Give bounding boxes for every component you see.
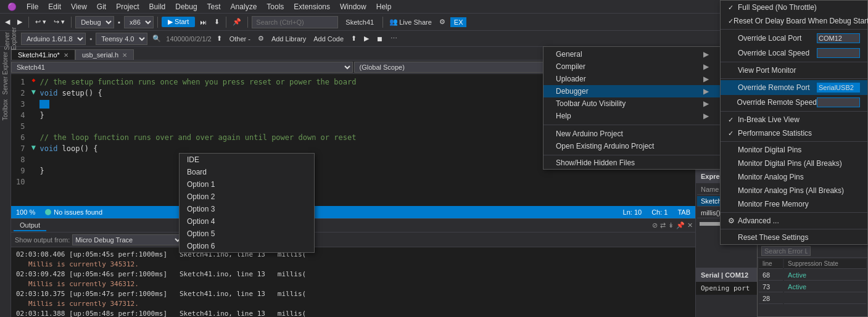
sidebar-item-toolbox[interactable]: Toolbox <box>1 97 10 123</box>
run-btn[interactable]: ▶ <box>362 33 371 44</box>
tab-close-usb[interactable]: ✕ <box>122 52 127 59</box>
sidebar-item-server-explorer[interactable]: Server Explorer <box>1 49 10 97</box>
vmicro-board-select[interactable]: Teensy 4.0 <box>733 75 864 86</box>
output-source-btn3[interactable]: ▶ <box>201 236 206 244</box>
serial-settings-btn[interactable]: ⚙ <box>835 271 841 279</box>
vmicro-dropdown-btn[interactable]: vMicro ▾ <box>815 33 849 44</box>
search-input[interactable] <box>252 16 338 28</box>
window-title: Remove inter... <box>774 3 829 10</box>
menu-view[interactable]: View <box>66 1 92 12</box>
sep3 <box>157 17 158 28</box>
code-editor[interactable]: 12345 678910 ◆ ▼ ▼ // the setup function… <box>11 74 695 206</box>
vmicro-option4-label: Option 4 <box>700 131 730 139</box>
serial-email-btn[interactable]: ✉ <box>827 271 832 279</box>
output-close-btn[interactable]: ✕ <box>687 221 693 229</box>
add-code-button[interactable]: Add Code <box>311 34 346 44</box>
vmicro-option4-select[interactable]: Keyboard Layout: US English <box>733 130 864 141</box>
toolbar-dot: ▪ <box>117 19 122 26</box>
output-pin-btn[interactable]: 📌 <box>676 221 685 229</box>
server-explorer-tab[interactable]: Server Explorer <box>2 27 19 50</box>
expr-col-min: Min <box>837 184 867 195</box>
menu-window[interactable]: Window <box>335 1 371 12</box>
output-source-btn2[interactable]: ◀ <box>194 236 199 244</box>
right-panels: vMicro ▾ 📌 IDE Arduino 1.6/1.8 Board Tee… <box>695 47 868 317</box>
menu-file[interactable]: File <box>22 1 43 12</box>
more-btn[interactable]: ⋯ <box>388 33 400 44</box>
output-wrap-btn[interactable]: ⇄ <box>660 221 666 229</box>
arch-select[interactable]: x86 <box>124 16 154 28</box>
close-button[interactable]: ✕ <box>853 1 863 12</box>
menu-analyze[interactable]: Analyze <box>226 1 262 12</box>
tab-indicator: TAB <box>677 208 690 216</box>
step-into-button[interactable]: ⬇ <box>212 17 222 27</box>
menu-project[interactable]: Project <box>111 1 144 12</box>
vmicro-pin-btn[interactable]: 📌 <box>852 33 866 44</box>
vmicro-option2-select[interactable]: CPU Speed: 600 MHz <box>733 102 864 113</box>
back-button[interactable]: ◀ <box>2 17 12 27</box>
serial-header: Serial | COM12 ✉ ⚙ CStr <box>696 268 868 282</box>
output-source-btn1[interactable]: ⊘ <box>186 236 191 244</box>
menu-extensions[interactable]: Extensions <box>289 1 335 12</box>
settings-btn2[interactable]: ⚙ <box>255 33 267 44</box>
menu-git[interactable]: Git <box>92 1 111 12</box>
redo-button[interactable]: ↪ ▾ <box>51 17 67 27</box>
menu-edit[interactable]: Edit <box>43 1 66 12</box>
expr-close-btn[interactable]: ✕ <box>858 173 863 181</box>
editor-tab-bar: Sketch41.ino* ✕ usb_serial.h ✕ <box>11 47 695 60</box>
start-button[interactable]: ▶ Start <box>162 17 195 27</box>
vmicro-ide-select[interactable]: Arduino 1.6/1.8 <box>733 62 864 73</box>
expr-row-2[interactable]: millis() 349312 4312 <box>697 208 867 218</box>
add-library-button[interactable]: Add Library <box>269 34 308 44</box>
output-source-select[interactable]: Micro Debug Trace <box>72 234 183 245</box>
vmicro-option5-select[interactable]: Lockable: OFF <box>733 143 864 154</box>
expr-scrollbar[interactable] <box>700 222 864 226</box>
stop-btn[interactable]: ⏹ <box>374 34 386 44</box>
menu-build[interactable]: Build <box>144 1 171 12</box>
pin-button[interactable]: 📌 <box>230 17 244 27</box>
expr-pin-btn[interactable]: 📌 <box>847 173 856 181</box>
scope-right-select[interactable]: (Global Scope) <box>354 62 696 73</box>
board-profile-select[interactable]: Arduino 1.6/1.8 <box>21 33 86 45</box>
vmicro-option3-label: Option 3 <box>700 118 730 125</box>
debug-config-select[interactable]: Debug <box>75 16 114 28</box>
scope-left-select[interactable]: Sketch41 <box>11 62 353 73</box>
board-select[interactable]: Teensy 4.0 <box>96 33 147 45</box>
ex-button[interactable]: EX <box>450 17 467 27</box>
output-tab[interactable]: Output <box>14 220 46 231</box>
expressions-title: Expressions on COM12 <box>701 173 777 180</box>
serial-baud-select[interactable] <box>800 270 824 280</box>
output-scroll-btn[interactable]: ↡ <box>668 221 674 229</box>
vmicro-option6-select[interactable]: Key Location: Sketchbook Folder <box>733 157 864 168</box>
settings-button[interactable]: ⚙ <box>437 17 448 27</box>
board-search-button[interactable]: 🔍 <box>150 33 163 44</box>
tab-usb-serial[interactable]: usb_serial.h ✕ <box>75 49 134 60</box>
serial-cstr-btn[interactable]: CStr <box>843 271 863 279</box>
other-label[interactable]: Other - <box>227 35 253 43</box>
menu-test[interactable]: Test <box>202 1 226 12</box>
upload-button[interactable]: ⬆ <box>214 33 225 44</box>
liveshare-button[interactable]: 👥 Live Share <box>387 17 434 27</box>
code-content: // the setup function runs once when you… <box>37 74 695 206</box>
menu-vs-icon[interactable]: 🟣 <box>2 1 22 12</box>
vmicro-option3-select[interactable]: Optimize: Faster <box>733 116 864 127</box>
editor-status-bar: 100 % No issues found Ln: 10 Ch: 1 TAB <box>11 206 695 218</box>
minimize-button[interactable]: ─ <box>832 1 841 12</box>
output-source-btn4[interactable]: ⬇ <box>209 236 214 244</box>
undo-button[interactable]: ↩ ▾ <box>33 17 49 27</box>
expr-row-1[interactable]: Sketch41.ino, line 13, <box>697 196 867 207</box>
output-clear-btn[interactable]: ⊘ <box>652 221 658 229</box>
tab-sketch41[interactable]: Sketch41.ino* ✕ <box>11 49 75 60</box>
step-over-button[interactable]: ⏭ <box>197 17 209 27</box>
vmicro-pin-icon[interactable]: 📌 <box>854 49 863 57</box>
forward-button[interactable]: ▶ <box>15 17 25 27</box>
vmicro-option5-label: Option 5 <box>700 145 730 152</box>
expr-scrollbar-thumb[interactable] <box>700 222 798 226</box>
maximize-button[interactable]: □ <box>842 1 851 12</box>
vmicro-option1-select[interactable]: USB Type: Triple Serial <box>733 89 864 100</box>
tab-close-sketch41[interactable]: ✕ <box>64 52 68 59</box>
menu-tools[interactable]: Tools <box>262 1 289 12</box>
menu-debug[interactable]: Debug <box>170 1 202 12</box>
upload-btn2[interactable]: ⬆ <box>349 33 359 44</box>
menu-help[interactable]: Help <box>371 1 397 12</box>
menu-bar: 🟣 File Edit View Git Project Build Debug… <box>0 0 868 14</box>
